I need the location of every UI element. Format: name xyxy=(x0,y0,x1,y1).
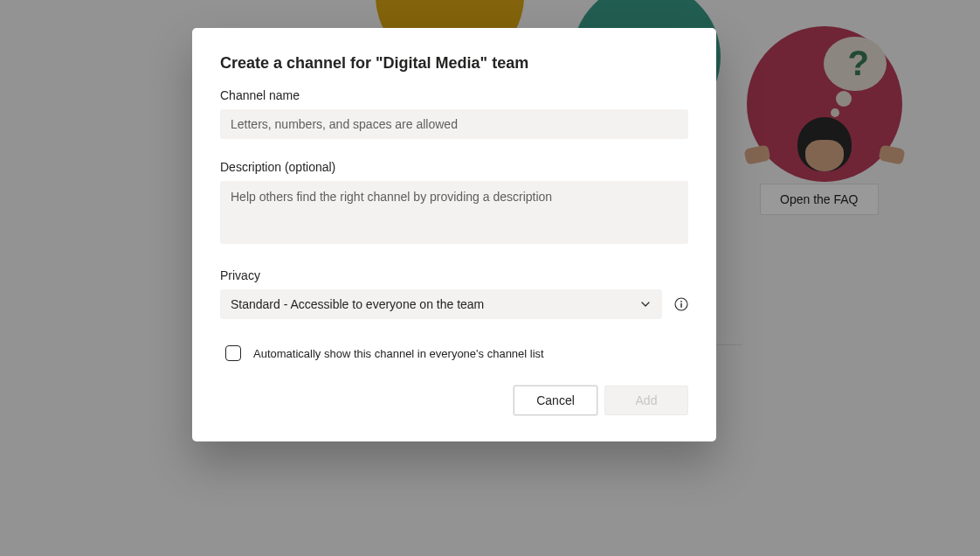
auto-show-label: Automatically show this channel in every… xyxy=(253,347,544,360)
channel-name-label: Channel name xyxy=(220,88,688,102)
description-input[interactable] xyxy=(220,181,688,244)
auto-show-row: Automatically show this channel in every… xyxy=(225,345,688,361)
add-button[interactable]: Add xyxy=(604,386,688,415)
privacy-field-group: Privacy Standard - Accessible to everyon… xyxy=(220,268,688,319)
info-icon[interactable] xyxy=(674,297,688,311)
svg-point-1 xyxy=(680,301,682,302)
create-channel-dialog: Create a channel for "Digital Media" tea… xyxy=(192,28,716,441)
dialog-title: Create a channel for "Digital Media" tea… xyxy=(220,54,688,73)
description-field-group: Description (optional) xyxy=(220,160,688,247)
chevron-down-icon xyxy=(639,298,652,310)
privacy-label: Privacy xyxy=(220,268,688,282)
svg-rect-2 xyxy=(680,303,681,308)
auto-show-checkbox[interactable] xyxy=(225,345,241,361)
channel-name-input[interactable] xyxy=(220,109,688,139)
dialog-actions: Cancel Add xyxy=(220,386,688,415)
privacy-selected-value: Standard - Accessible to everyone on the… xyxy=(231,297,484,311)
cancel-button[interactable]: Cancel xyxy=(514,386,597,415)
channel-name-field-group: Channel name xyxy=(220,88,688,139)
privacy-dropdown[interactable]: Standard - Accessible to everyone on the… xyxy=(220,289,662,319)
description-label: Description (optional) xyxy=(220,160,688,174)
